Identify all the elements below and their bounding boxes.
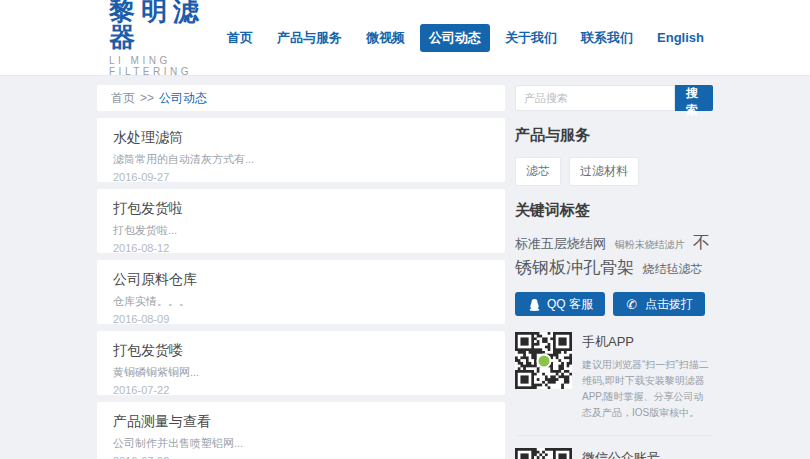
qr-title: 手机APP — [582, 333, 713, 351]
nav-item-about[interactable]: 关于我们 — [496, 24, 566, 52]
nav-item-company-news[interactable]: 公司动态 — [420, 24, 490, 52]
nav-item-products[interactable]: 产品与服务 — [268, 24, 351, 52]
phone-icon: ✆ — [625, 297, 639, 311]
news-excerpt: 打包发货啦... — [113, 223, 489, 238]
breadcrumb-current: 公司动态 — [159, 90, 207, 107]
product-search: 搜 索 — [515, 85, 713, 111]
keywords-heading: 关键词标签 — [515, 201, 713, 220]
news-excerpt: 黄铜磷铜紫铜网... — [113, 365, 489, 380]
keyword-tag[interactable]: 烧结毡滤芯 — [642, 262, 702, 276]
qr-description: 建议用浏览器“扫一扫”扫描二维码,即时下载安装黎明滤器APP,随时掌握、分享公司… — [582, 357, 713, 421]
qr-code-wechat — [515, 448, 572, 459]
news-date: 2016-07-22 — [113, 384, 489, 396]
news-card[interactable]: 打包发货喽 黄铜磷铜紫铜网... 2016-07-22 — [97, 331, 505, 395]
news-title[interactable]: 产品测量与查看 — [113, 413, 489, 431]
search-button[interactable]: 搜 索 — [675, 85, 713, 111]
breadcrumb-separator: >> — [140, 91, 154, 105]
main-content: 首页 >> 公司动态 水处理滤筒 滤筒常用的自动清灰方式有... 2016-09… — [97, 76, 713, 459]
search-input[interactable] — [515, 85, 675, 111]
product-tag[interactable]: 过滤材料 — [569, 157, 639, 186]
header: 黎明滤器 LI MING FILTERING 首页 产品与服务 微视频 公司动态… — [0, 0, 810, 76]
qr-code-app — [515, 332, 572, 389]
news-title[interactable]: 打包发货啦 — [113, 200, 489, 218]
contact-buttons: QQ 客服 ✆ 点击拨打 — [515, 292, 713, 316]
sidebar: 搜 索 产品与服务 滤芯 过滤材料 关键词标签 标准五层烧结网 铜粉末烧结滤片 … — [515, 85, 713, 459]
logo[interactable]: 黎明滤器 LI MING FILTERING — [97, 0, 218, 77]
click-to-call-label: 点击拨打 — [645, 296, 693, 313]
nav-item-contact[interactable]: 联系我们 — [572, 24, 642, 52]
keyword-tag[interactable]: 标准五层烧结网 — [515, 236, 606, 251]
keyword-tag[interactable]: 铜粉末烧结滤片 — [614, 239, 684, 250]
news-card[interactable]: 打包发货啦 打包发货啦... 2016-08-12 — [97, 189, 505, 253]
nav-item-home[interactable]: 首页 — [218, 24, 262, 52]
news-title[interactable]: 打包发货喽 — [113, 342, 489, 360]
news-card[interactable]: 水处理滤筒 滤筒常用的自动清灰方式有... 2016-09-27 — [97, 118, 505, 182]
news-title[interactable]: 公司原料仓库 — [113, 271, 489, 289]
news-date: 2016-09-27 — [113, 171, 489, 183]
news-card[interactable]: 公司原料仓库 仓库实情。。。 2016-08-09 — [97, 260, 505, 324]
news-card[interactable]: 产品测量与查看 公司制作并出售喷塑铝网... 2016-07-22 — [97, 402, 505, 459]
nav-item-english[interactable]: English — [648, 25, 713, 50]
product-tag[interactable]: 滤芯 — [515, 157, 561, 186]
logo-title: 黎明滤器 — [109, 0, 218, 50]
logo-subtitle: LI MING FILTERING — [109, 55, 218, 77]
news-excerpt: 滤筒常用的自动清灰方式有... — [113, 152, 489, 167]
qq-penguin-icon — [527, 297, 541, 311]
news-title[interactable]: 水处理滤筒 — [113, 129, 489, 147]
product-tags: 滤芯 过滤材料 — [515, 157, 713, 186]
keyword-cloud: 标准五层烧结网 铜粉末烧结滤片 不锈钢板冲孔骨架 烧结毡滤芯 — [515, 231, 713, 280]
breadcrumb-home[interactable]: 首页 — [111, 90, 135, 107]
click-to-call-button[interactable]: ✆ 点击拨打 — [613, 292, 705, 316]
products-heading: 产品与服务 — [515, 126, 713, 145]
qr-title: 微信公众账号 — [582, 449, 713, 459]
main-nav: 首页 产品与服务 微视频 公司动态 关于我们 联系我们 English — [218, 24, 713, 52]
news-date: 2016-07-22 — [113, 455, 489, 459]
android-icon — [536, 353, 551, 368]
qq-service-label: QQ 客服 — [547, 296, 593, 313]
news-column: 首页 >> 公司动态 水处理滤筒 滤筒常用的自动清灰方式有... 2016-09… — [97, 85, 505, 459]
qr-section-wechat: 微信公众账号 扫描二维码，可直接咨询销售总监。 — [515, 435, 713, 459]
nav-item-microvideo[interactable]: 微视频 — [357, 24, 414, 52]
news-date: 2016-08-09 — [113, 313, 489, 325]
news-excerpt: 仓库实情。。。 — [113, 294, 489, 309]
qq-service-button[interactable]: QQ 客服 — [515, 292, 605, 316]
news-excerpt: 公司制作并出售喷塑铝网... — [113, 436, 489, 451]
news-date: 2016-08-12 — [113, 242, 489, 254]
breadcrumb: 首页 >> 公司动态 — [97, 85, 505, 111]
qr-section-app: 手机APP 建议用浏览器“扫一扫”扫描二维码,即时下载安装黎明滤器APP,随时掌… — [515, 332, 713, 421]
